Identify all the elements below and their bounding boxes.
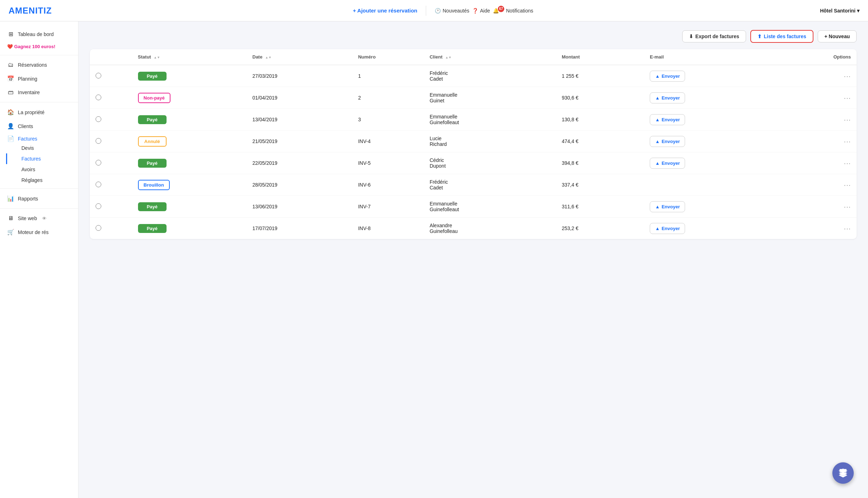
liste-factures-button[interactable]: ⬆ Liste des factures bbox=[750, 30, 813, 43]
row-checkbox[interactable] bbox=[90, 131, 132, 152]
row-client: CédricDupont bbox=[424, 152, 556, 174]
add-reservation-button[interactable]: + Ajouter une réservation bbox=[353, 7, 418, 14]
row-email: ▲ Envoyer bbox=[644, 152, 785, 174]
sidebar-item-tableau-de-bord[interactable]: ⊞ Tableau de bord bbox=[0, 27, 78, 41]
row-options: ··· bbox=[785, 174, 857, 196]
envoyer-button[interactable]: ▲ Envoyer bbox=[650, 158, 685, 169]
status-badge: Payé bbox=[138, 159, 167, 168]
sidebar-label-inventaire: Inventaire bbox=[18, 90, 40, 95]
sidebar-item-earn[interactable]: ❤️ Gagnez 100 euros! bbox=[0, 41, 78, 52]
sidebar-item-rapports[interactable]: 📊 Rapports bbox=[0, 192, 78, 205]
th-options: Options bbox=[785, 49, 857, 65]
options-menu-button[interactable]: ··· bbox=[844, 94, 851, 102]
sidebar-item-moteur-de-res[interactable]: 🛒 Moteur de rés bbox=[0, 225, 78, 239]
sidebar-item-la-propriete[interactable]: 🏠 La propriété bbox=[0, 105, 78, 119]
sort-client[interactable]: ▲▼ bbox=[445, 56, 451, 59]
sidebar-label-propriete: La propriété bbox=[18, 110, 45, 115]
send-icon: ▲ bbox=[655, 226, 660, 231]
reservations-icon: 🗂 bbox=[7, 62, 14, 68]
row-email: ▲ Envoyer bbox=[644, 218, 785, 239]
row-numero: INV-5 bbox=[352, 152, 424, 174]
sidebar-sub-reglages[interactable]: Réglages bbox=[6, 175, 78, 186]
sidebar-item-site-web[interactable]: 🖥 Site web 👁 bbox=[0, 212, 78, 225]
sidebar-item-planning[interactable]: 📅 Planning bbox=[0, 72, 78, 86]
options-menu-button[interactable]: ··· bbox=[844, 72, 851, 80]
table-row: Payé 22/05/2019 INV-5 CédricDupont 394,8… bbox=[90, 152, 857, 174]
envoyer-button[interactable]: ▲ Envoyer bbox=[650, 114, 685, 125]
row-checkbox[interactable] bbox=[90, 196, 132, 218]
send-icon: ▲ bbox=[655, 117, 660, 122]
row-client: EmmanuelleGuinefolleaut bbox=[424, 196, 556, 218]
envoyer-button[interactable]: ▲ Envoyer bbox=[650, 136, 685, 147]
export-label: Export de factures bbox=[695, 34, 739, 39]
row-statut: Payé bbox=[132, 109, 247, 131]
th-statut[interactable]: Statut ▲▼ bbox=[132, 49, 247, 65]
nouveau-button[interactable]: + Nouveau bbox=[818, 30, 857, 42]
row-client: EmmanuelleGuinefolleaut bbox=[424, 109, 556, 131]
row-numero: INV-8 bbox=[352, 218, 424, 239]
notifications-button[interactable]: 🔔 67 Notifications bbox=[493, 8, 533, 14]
toolbar: ⬇ Export de factures ⬆ Liste des facture… bbox=[90, 30, 857, 43]
th-client[interactable]: Client ▲▼ bbox=[424, 49, 556, 65]
layout: ⊞ Tableau de bord ❤️ Gagnez 100 euros! 🗂… bbox=[0, 21, 868, 248]
row-checkbox[interactable] bbox=[90, 109, 132, 131]
envoyer-button[interactable]: ▲ Envoyer bbox=[650, 92, 685, 103]
row-checkbox[interactable] bbox=[90, 174, 132, 196]
row-statut: Payé bbox=[132, 65, 247, 87]
row-numero: 1 bbox=[352, 65, 424, 87]
nouveautes-button[interactable]: 🕐 Nouveautés bbox=[435, 8, 469, 14]
hotel-selector[interactable]: Hôtel Santorini ▾ bbox=[820, 8, 859, 14]
sidebar-label-moteur: Moteur de rés bbox=[18, 229, 48, 235]
envoyer-button[interactable]: ▲ Envoyer bbox=[650, 71, 685, 82]
row-checkbox[interactable] bbox=[90, 87, 132, 109]
sidebar-sub-devis[interactable]: Devis bbox=[6, 143, 78, 153]
send-icon: ▲ bbox=[655, 73, 660, 79]
row-checkbox[interactable] bbox=[90, 218, 132, 239]
export-factures-button[interactable]: ⬇ Export de factures bbox=[682, 30, 746, 42]
sort-date[interactable]: ▲▼ bbox=[265, 56, 272, 59]
th-check bbox=[90, 49, 132, 65]
row-checkbox[interactable] bbox=[90, 65, 132, 87]
row-options: ··· bbox=[785, 218, 857, 239]
aide-button[interactable]: ❓ Aide bbox=[472, 8, 490, 14]
sidebar-item-reservations[interactable]: 🗂 Réservations bbox=[0, 58, 78, 72]
th-date[interactable]: Date ▲▼ bbox=[247, 49, 352, 65]
envoyer-button[interactable]: ▲ Envoyer bbox=[650, 223, 685, 234]
sidebar-item-inventaire[interactable]: 🗃 Inventaire bbox=[0, 86, 78, 99]
upload-icon: ⬆ bbox=[757, 34, 762, 39]
options-menu-button[interactable]: ··· bbox=[844, 181, 851, 189]
sidebar-sub-factures[interactable]: Factures bbox=[6, 153, 78, 164]
row-client: FrédéricCadet bbox=[424, 65, 556, 87]
invoices-table-container: Statut ▲▼ Date ▲▼ Numéro Client ▲▼ Monta… bbox=[90, 49, 857, 239]
sidebar-label-planning: Planning bbox=[18, 76, 37, 82]
sidebar-item-clients[interactable]: 👤 Clients bbox=[0, 119, 78, 133]
options-menu-button[interactable]: ··· bbox=[844, 159, 851, 167]
row-montant: 130,8 € bbox=[556, 109, 644, 131]
row-numero: 3 bbox=[352, 109, 424, 131]
sidebar-item-factures[interactable]: 📄 Factures bbox=[0, 133, 78, 143]
row-statut: Brouillon bbox=[132, 174, 247, 196]
row-montant: 394,8 € bbox=[556, 152, 644, 174]
row-statut: Non-payé bbox=[132, 87, 247, 109]
notifications-label: Notifications bbox=[506, 8, 533, 14]
th-numero: Numéro bbox=[352, 49, 424, 65]
options-menu-button[interactable]: ··· bbox=[844, 224, 851, 233]
row-checkbox[interactable] bbox=[90, 152, 132, 174]
main-content: ⬇ Export de factures ⬆ Liste des facture… bbox=[78, 21, 868, 248]
options-menu-button[interactable]: ··· bbox=[844, 203, 851, 211]
row-montant: 1 255 € bbox=[556, 65, 644, 87]
options-menu-button[interactable]: ··· bbox=[844, 116, 851, 124]
row-numero: INV-6 bbox=[352, 174, 424, 196]
envoyer-button[interactable]: ▲ Envoyer bbox=[650, 201, 685, 212]
table-row: Payé 13/04/2019 3 EmmanuelleGuinefolleau… bbox=[90, 109, 857, 131]
row-date: 13/04/2019 bbox=[247, 109, 352, 131]
row-numero: INV-4 bbox=[352, 131, 424, 152]
sidebar-sub-avoirs[interactable]: Avoirs bbox=[6, 164, 78, 175]
sidebar-label-clients: Clients bbox=[18, 123, 33, 129]
send-icon: ▲ bbox=[655, 139, 660, 144]
topnav-center: + Ajouter une réservation 🕐 Nouveautés ❓… bbox=[66, 6, 820, 16]
sidebar-divider-2 bbox=[0, 102, 78, 102]
options-menu-button[interactable]: ··· bbox=[844, 137, 851, 146]
sort-statut[interactable]: ▲▼ bbox=[154, 56, 160, 59]
table-row: Payé 13/06/2019 INV-7 EmmanuelleGuinefol… bbox=[90, 196, 857, 218]
